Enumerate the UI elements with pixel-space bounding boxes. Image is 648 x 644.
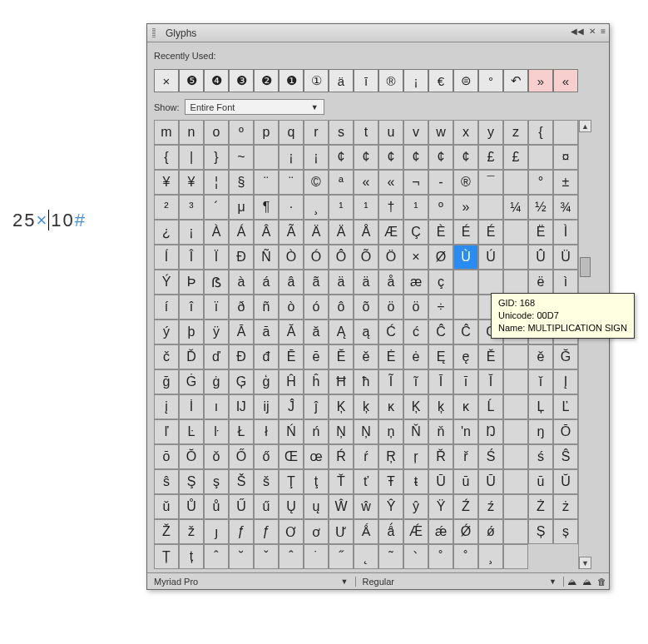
glyph-cell[interactable]: ¤ — [553, 145, 578, 170]
glyph-cell[interactable]: ° — [528, 170, 553, 195]
glyph-cell[interactable]: ț — [179, 544, 204, 569]
glyph-cell[interactable]: ū — [453, 469, 478, 494]
glyph-cell[interactable]: « — [354, 170, 378, 195]
glyph-cell[interactable]: Ē — [279, 344, 304, 369]
show-dropdown[interactable]: Entire Font ▼ — [185, 99, 324, 115]
glyph-cell[interactable]: Ŝ — [553, 444, 578, 469]
glyph-cell[interactable]: ű — [254, 494, 279, 519]
glyph-cell[interactable] — [478, 195, 503, 220]
glyph-cell[interactable]: ä — [329, 270, 354, 295]
glyph-cell[interactable]: Ŷ — [378, 494, 403, 519]
glyph-cell[interactable] — [528, 145, 553, 170]
glyph-cell[interactable]: £ — [478, 145, 503, 170]
glyph-cell[interactable]: § — [229, 170, 254, 195]
glyph-cell[interactable]: ŗ — [403, 444, 428, 469]
glyph-cell[interactable]: ç — [428, 270, 453, 295]
glyph-cell[interactable]: ¸ — [304, 195, 329, 220]
glyph-cell[interactable]: ő — [254, 444, 279, 469]
glyph-cell[interactable]: ć — [403, 320, 428, 344]
glyph-cell[interactable]: ¢ — [403, 145, 428, 170]
glyph-cell[interactable]: Ò — [279, 245, 304, 270]
glyph-cell[interactable]: ö — [378, 295, 403, 320]
glyph-cell[interactable]: Ť — [329, 469, 354, 494]
glyph-cell[interactable]: ľ — [154, 419, 179, 444]
glyph-cell[interactable]: Ǽ — [403, 519, 428, 544]
glyph-cell[interactable]: ā — [254, 320, 279, 344]
recent-glyph[interactable]: ❶ — [279, 69, 304, 92]
glyph-cell[interactable]: Ř — [428, 444, 453, 469]
glyph-cell[interactable]: ū — [528, 469, 553, 494]
glyph-cell[interactable]: Ä — [329, 220, 354, 245]
glyph-cell[interactable]: º — [428, 195, 453, 220]
glyph-cell[interactable]: ¯ — [478, 170, 503, 195]
glyph-cell[interactable]: á — [254, 270, 279, 295]
glyph-cell[interactable]: į — [154, 394, 179, 419]
glyph-cell[interactable]: Ā — [229, 320, 254, 344]
recent-glyph[interactable]: € — [428, 69, 453, 92]
glyph-cell[interactable]: Ŋ — [478, 419, 503, 444]
glyph-cell[interactable]: } — [204, 145, 229, 170]
glyph-cell[interactable]: Ú — [478, 245, 503, 270]
glyph-cell[interactable]: ı — [204, 394, 229, 419]
glyph-cell[interactable]: ĕ — [528, 344, 553, 369]
glyph-cell[interactable]: ĸ — [378, 394, 403, 419]
glyph-cell[interactable]: | — [179, 145, 204, 170]
glyph-cell[interactable]: ĭ — [528, 369, 553, 394]
glyph-cell[interactable]: Ū — [478, 469, 503, 494]
glyph-cell[interactable]: ġ — [204, 369, 229, 394]
glyph-cell[interactable]: Ű — [229, 494, 254, 519]
glyph-cell[interactable]: z — [503, 120, 528, 145]
glyph-cell[interactable]: 'n — [453, 419, 478, 444]
glyph-cell[interactable]: Ñ — [254, 245, 279, 270]
glyph-cell[interactable]: õ — [354, 295, 378, 320]
glyph-cell[interactable]: Ļ — [528, 394, 553, 419]
glyph-cell[interactable]: Ů — [179, 494, 204, 519]
glyph-cell[interactable]: ¢ — [428, 145, 453, 170]
glyph-cell[interactable]: Þ — [179, 270, 204, 295]
glyph-cell[interactable]: ˆ — [204, 544, 229, 569]
recent-glyph[interactable]: ① — [304, 69, 329, 92]
glyph-cell[interactable]: Ĵ — [279, 394, 304, 419]
glyph-cell[interactable]: Ơ — [279, 519, 304, 544]
glyph-cell[interactable]: č — [154, 344, 179, 369]
recent-glyph[interactable]: ⊜ — [453, 69, 478, 92]
glyph-cell[interactable]: Ŗ — [378, 444, 403, 469]
glyph-cell[interactable]: ơ — [304, 519, 329, 544]
glyph-cell[interactable]: ş — [204, 469, 229, 494]
glyph-cell[interactable]: æ — [403, 270, 428, 295]
glyph-cell[interactable]: Ź — [453, 494, 478, 519]
glyph-cell[interactable]: ņ — [378, 419, 403, 444]
glyph-cell[interactable]: » — [453, 195, 478, 220]
glyph-cell[interactable]: Ǻ — [354, 519, 378, 544]
glyph-cell[interactable]: ĥ — [304, 369, 329, 394]
glyph-cell[interactable]: ð — [229, 295, 254, 320]
glyph-cell[interactable]: ÿ — [204, 320, 229, 344]
glyph-cell[interactable] — [503, 444, 528, 469]
glyph-cell[interactable]: Û — [528, 245, 553, 270]
glyph-cell[interactable]: Ĥ — [279, 369, 304, 394]
glyph-cell[interactable]: ų — [304, 494, 329, 519]
glyph-cell[interactable]: ˝ — [329, 544, 354, 569]
recent-glyph[interactable]: × — [154, 69, 179, 92]
glyph-cell[interactable]: ½ — [528, 195, 553, 220]
glyph-cell[interactable]: Ū — [428, 469, 453, 494]
glyph-cell[interactable]: Ĉ — [428, 320, 453, 344]
glyph-cell[interactable]: Ġ — [179, 369, 204, 394]
glyph-cell[interactable]: Ö — [378, 245, 403, 270]
glyph-cell[interactable]: Ý — [154, 270, 179, 295]
glyph-cell[interactable]: Ĭ — [478, 369, 503, 394]
glyph-cell[interactable] — [254, 145, 279, 170]
recent-glyph[interactable]: ī — [354, 69, 378, 92]
glyph-cell[interactable]: ō — [154, 444, 179, 469]
panel-grip-icon[interactable] — [152, 28, 156, 38]
glyph-cell[interactable]: İ — [179, 394, 204, 419]
glyph-cell[interactable]: ˜ — [378, 544, 403, 569]
glyph-cell[interactable]: ș — [553, 519, 578, 544]
glyph-cell[interactable] — [503, 245, 528, 270]
glyph-cell[interactable]: Ŀ — [179, 419, 204, 444]
glyph-cell[interactable]: ô — [329, 295, 354, 320]
glyph-cell[interactable]: w — [428, 120, 453, 145]
glyph-cell[interactable]: ƒ — [254, 519, 279, 544]
glyph-cell[interactable]: ˚ — [428, 544, 453, 569]
glyph-cell[interactable]: Á — [229, 220, 254, 245]
